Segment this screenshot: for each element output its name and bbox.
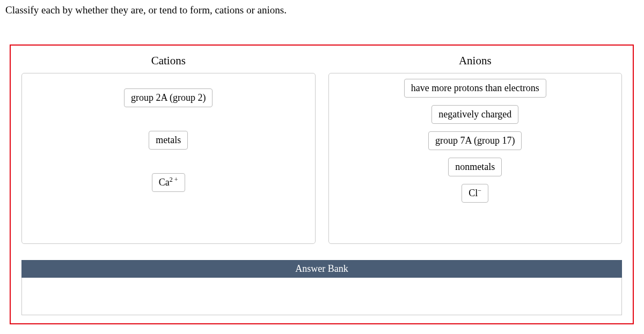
- chip-ca2plus[interactable]: Ca2 +: [152, 173, 185, 192]
- cations-column: Cations group 2A (group 2) metals Ca2 +: [21, 54, 316, 244]
- chip-group-7a[interactable]: group 7A (group 17): [428, 131, 522, 150]
- chip-negatively-charged[interactable]: negatively charged: [431, 105, 518, 124]
- answer-bank: Answer Bank: [21, 260, 622, 315]
- cations-title: Cations: [151, 54, 186, 68]
- question-prompt: Classify each by whether they are, or te…: [0, 0, 644, 16]
- chip-cl-minus[interactable]: Cl−: [462, 184, 488, 203]
- chip-nonmetals[interactable]: nonmetals: [448, 158, 502, 176]
- chip-more-protons[interactable]: have more protons than electrons: [404, 79, 546, 98]
- anions-column: Anions have more protons than electrons …: [328, 54, 623, 244]
- cations-dropzone[interactable]: group 2A (group 2) metals Ca2 +: [21, 73, 316, 244]
- classification-container: Cations group 2A (group 2) metals Ca2 + …: [10, 44, 634, 324]
- answer-bank-title: Answer Bank: [21, 260, 622, 278]
- chip-metals[interactable]: metals: [149, 131, 188, 150]
- answer-bank-dropzone[interactable]: [21, 278, 622, 315]
- columns-row: Cations group 2A (group 2) metals Ca2 + …: [11, 46, 633, 244]
- chip-group-2a[interactable]: group 2A (group 2): [124, 88, 213, 107]
- anions-dropzone[interactable]: have more protons than electrons negativ…: [328, 73, 623, 244]
- anions-title: Anions: [459, 54, 492, 68]
